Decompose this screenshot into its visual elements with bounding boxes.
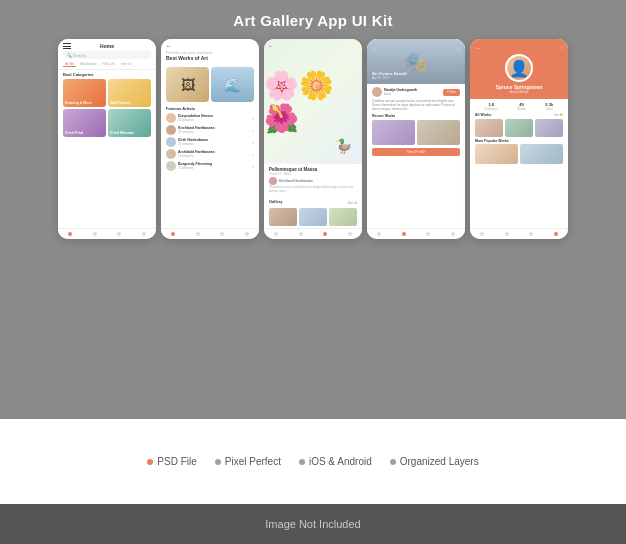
cat-label-dried: Dried Petal <box>65 131 83 135</box>
p5-stat-works: 49 Works <box>517 102 525 111</box>
layers-label: Organized Layers <box>400 456 479 467</box>
phone-3: 🌸🌼🌺 🦆 ← Pellentesque ut Massa June 17, 2… <box>264 39 362 239</box>
p2-header: ← Find the art suits you best Best Works… <box>161 39 259 65</box>
artist-arrow-4: › <box>252 151 254 157</box>
p5-see-all-btn[interactable]: See All <box>554 113 563 117</box>
ios-dot <box>299 459 305 465</box>
cat-item-dried[interactable]: Dried Petal <box>63 109 106 137</box>
footer-section: Image Not Included <box>0 504 626 544</box>
nav-home-4[interactable] <box>377 232 381 236</box>
gallery-item-1[interactable] <box>269 208 297 226</box>
artist-row-2[interactable]: Kirchland Haritbautan 32 artworks › <box>166 125 254 135</box>
artist-info-5: Burgundy Flemming 31 artworks <box>178 162 250 170</box>
p4-works-grid <box>372 120 460 145</box>
p4-view-profile-btn[interactable]: View Profile <box>372 148 460 156</box>
filter-interior[interactable]: Interior <box>119 61 134 67</box>
p4-body: Natalja Undergareth Artist Follow Curabi… <box>367 84 465 228</box>
footer-text: Image Not Included <box>265 518 360 530</box>
p5-popular-grid <box>475 144 563 164</box>
p1-home-label: Home <box>100 43 114 49</box>
p4-work-1[interactable] <box>372 120 415 145</box>
nav-heart-4[interactable] <box>426 232 430 236</box>
artist-arrow-1: › <box>252 115 254 121</box>
artist-count-2: 32 artworks <box>178 130 250 134</box>
p4-recent-works: Recent Works View Profile <box>372 114 460 156</box>
p4-nav <box>367 228 465 239</box>
p5-work-3[interactable] <box>535 119 563 137</box>
artist-count-4: 19 artworks <box>178 154 250 158</box>
filter-modernize[interactable]: Modernize <box>78 61 98 67</box>
filter-all-art[interactable]: All Art <box>63 61 76 67</box>
feature-psd: PSD File <box>147 456 196 467</box>
nav-profile[interactable] <box>142 232 146 236</box>
p5-work-1[interactable] <box>475 119 503 137</box>
pixel-dot <box>215 459 221 465</box>
p5-back-btn[interactable]: ← <box>475 45 481 51</box>
feature-pixel: Pixel Perfect <box>215 456 281 467</box>
nav-profile-4[interactable] <box>451 232 455 236</box>
nav-search-3[interactable] <box>299 232 303 236</box>
p3-back-btn[interactable]: ← <box>268 43 274 49</box>
gallery-see-all[interactable]: See all <box>348 201 357 205</box>
nav-search-2[interactable] <box>196 232 200 236</box>
cat-item-mineral[interactable]: Dried Minerals <box>108 109 151 137</box>
p5-work-2[interactable] <box>505 119 533 137</box>
artist-avatar-2 <box>166 125 176 135</box>
nav-home-5[interactable] <box>480 232 484 236</box>
artist-avatar-3 <box>166 137 176 147</box>
nav-heart[interactable] <box>117 232 121 236</box>
nav-search[interactable] <box>93 232 97 236</box>
cat-label-drawing: Drawing & More <box>65 101 92 105</box>
p4-follow-btn[interactable]: Follow <box>443 89 460 96</box>
artist-count-1: 40 artworks <box>178 118 250 122</box>
p5-popular-1[interactable] <box>475 144 518 164</box>
p5-popular-title: Most Popular Works <box>475 139 509 143</box>
nav-profile-3[interactable] <box>348 232 352 236</box>
art-image-a: 🖼 <box>166 67 209 102</box>
nav-heart-5[interactable] <box>529 232 533 236</box>
artist-row-4[interactable]: Archibald Haritbautan 19 artworks › <box>166 149 254 159</box>
p3-content: 🌸🌼🌺 🦆 ← Pellentesque ut Massa June 17, 2… <box>264 39 362 239</box>
p3-art-info: Pellentesque ut Massa June 17, 2021 Kirc… <box>264 164 362 197</box>
kit-title: Art Gallery App UI Kit <box>233 12 392 29</box>
p5-all-works: All Works See All <box>475 113 563 137</box>
p4-artist-info: Natalja Undergareth Artist <box>384 88 417 96</box>
cat-label-wall: Wall Flowers <box>110 101 131 105</box>
p4-fav-btn[interactable]: ♡ <box>456 46 461 53</box>
cat-item-drawing[interactable]: Drawing & More <box>63 79 106 107</box>
artist-row-5[interactable]: Burgundy Flemming 31 artworks › <box>166 161 254 171</box>
nav-home-2[interactable] <box>171 232 175 236</box>
cat-item-wall[interactable]: Wall Flowers <box>108 79 151 107</box>
artist-row-3[interactable]: Dirth Niedenbauer 37 artworks › <box>166 137 254 147</box>
p1-nav <box>58 228 156 239</box>
artist-row-1[interactable]: Dieqondolina Broves 40 artworks › <box>166 113 254 123</box>
p4-back-btn[interactable]: ← <box>371 46 377 52</box>
p2-back-btn[interactable]: ← <box>166 43 254 49</box>
p5-likes-label: Likes <box>545 107 553 111</box>
filter-still-life[interactable]: Still Life <box>101 61 117 67</box>
p5-fav-btn[interactable]: ♡ <box>559 45 563 51</box>
gallery-item-3[interactable] <box>329 208 357 226</box>
menu-icon[interactable] <box>63 43 71 49</box>
phone-5: ← ♡ 👤 Spruce Springsteen Award Artist 1.… <box>470 39 568 239</box>
artist-info-4: Archibald Haritbautan 19 artworks <box>178 150 250 158</box>
p1-search[interactable]: 🔍 Search... <box>63 51 151 59</box>
nav-search-5[interactable] <box>505 232 509 236</box>
features-row: PSD File Pixel Perfect iOS & Android Org… <box>147 456 478 467</box>
nav-search-4[interactable] <box>402 232 406 236</box>
p3-art-date: June 17, 2021 <box>269 172 357 176</box>
nav-home[interactable] <box>68 232 72 236</box>
nav-home-3[interactable] <box>274 232 278 236</box>
p5-popular-2[interactable] <box>520 144 563 164</box>
p4-work-2[interactable] <box>417 120 460 145</box>
flower-illustration: 🌸🌼🌺 <box>264 69 362 135</box>
p4-bio-text: Curabitur aenean suscipit lectus, at eui… <box>372 99 460 112</box>
p5-nav <box>470 228 568 239</box>
gallery-item-2[interactable] <box>299 208 327 226</box>
nav-profile-2[interactable] <box>245 232 249 236</box>
nav-heart-3[interactable] <box>323 232 327 236</box>
nav-heart-2[interactable] <box>220 232 224 236</box>
nav-profile-5[interactable] <box>554 232 558 236</box>
p2-art-images: 🖼 🌊 <box>166 67 254 102</box>
p3-nav <box>264 228 362 239</box>
